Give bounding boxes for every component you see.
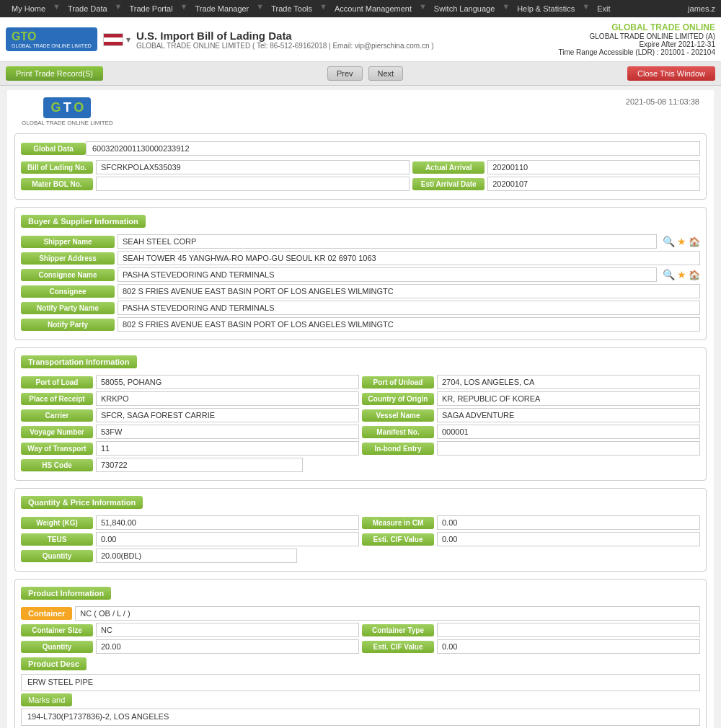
consignee-value: 802 S FRIES AVENUE EAST BASIN PORT OF LO… — [118, 284, 700, 298]
marks-value: 194-L730(P1737836)-2, LOS ANGELES — [21, 709, 700, 726]
flag-area: ▾ — [103, 33, 131, 46]
consignee-label: Consignee — [21, 285, 115, 298]
nav-switch-language[interactable]: Switch Language — [428, 2, 500, 15]
main-content: G T O GLOBAL TRADE ONLINE LIMITED 2021-0… — [7, 90, 714, 728]
product-label: Product Information — [21, 587, 111, 600]
record-datetime: 2021-05-08 11:03:38 — [626, 97, 699, 106]
consignee-name-row: Consignee Name PASHA STEVEDORING AND TER… — [21, 267, 700, 282]
voyage-number-value: 53FW — [96, 425, 359, 439]
port-row: Port of Load 58055, POHANG Port of Unloa… — [21, 375, 700, 389]
quantity-value: 20.00(BDL) — [96, 549, 297, 563]
nav-account-management[interactable]: Account Management — [329, 2, 417, 15]
logo: GTO GLOBAL TRADE ONLINE LIMITED — [6, 27, 97, 51]
container-button[interactable]: Container — [21, 607, 72, 620]
in-bond-entry-value — [437, 441, 700, 456]
way-of-transport-value: 11 — [96, 441, 359, 456]
country-of-origin-label: Country of Origin — [362, 393, 434, 405]
buyer-supplier-label: Buyer & Supplier Information — [21, 215, 146, 228]
record-logo-box: G T O — [43, 97, 91, 118]
next-button-top[interactable]: Next — [368, 66, 404, 81]
global-data-row: Global Data 6003202001130000233912 — [21, 141, 700, 156]
company-full: GLOBAL TRADE ONLINE LIMITED (A) — [558, 32, 715, 40]
notify-party-name-value: PASHA STEVEDORING AND TERMINALS — [118, 301, 700, 315]
quantity-label: Quantity — [21, 550, 93, 562]
product-quantity-value: 20.00 — [96, 639, 359, 654]
manifest-no-label: Manifest No. — [362, 426, 434, 438]
notify-party-name-row: Notify Party Name PASHA STEVEDORING AND … — [21, 301, 700, 315]
logo-t: T — [63, 100, 71, 115]
teus-row: TEUS 0.00 Esti. CIF Value 0.00 — [21, 532, 700, 546]
master-bol-label: Mater BOL No. — [21, 178, 93, 190]
shipper-name-label: Shipper Name — [21, 236, 115, 248]
nav-exit[interactable]: Exit — [591, 2, 616, 15]
place-of-receipt-label: Place of Receipt — [21, 393, 93, 405]
bol-row: Bill of Lading No. SFCRKPOLAX535039 Actu… — [21, 160, 700, 174]
carrier-row: Carrier SFCR, SAGA FOREST CARRIE Vessel … — [21, 408, 700, 422]
port-of-load-value: 58055, POHANG — [96, 375, 359, 389]
container-size-value: NC — [96, 623, 359, 637]
carrier-label: Carrier — [21, 409, 93, 422]
company-name: GLOBAL TRADE ONLINE — [558, 22, 715, 32]
carrier-value: SFCR, SAGA FOREST CARRIE — [96, 408, 359, 422]
close-window-button-top[interactable]: Close This Window — [627, 66, 715, 81]
consignee-star-icon[interactable]: ★ — [677, 269, 686, 280]
esti-cif-value: 0.00 — [437, 532, 700, 546]
shipper-address-label: Shipper Address — [21, 252, 115, 265]
record-logo: G T O GLOBAL TRADE ONLINE LIMITED — [22, 97, 113, 126]
product-esti-cif-label: Esti. CIF Value — [362, 641, 434, 653]
vessel-name-label: Vessel Name — [362, 409, 434, 422]
nav-help-statistics[interactable]: Help & Statistics — [511, 2, 580, 15]
nav-trade-manager[interactable]: Trade Manager — [189, 2, 255, 15]
qty-row: Quantity 20.00(BDL) — [21, 549, 700, 563]
global-data-value: 6003202001130000233912 — [86, 141, 700, 156]
shipper-name-row: Shipper Name SEAH STEEL CORP 🔍 ★ 🏠 — [21, 234, 700, 249]
way-of-transport-label: Way of Transport — [21, 443, 93, 455]
nav-trade-portal[interactable]: Trade Portal — [123, 2, 178, 15]
top-navigation: My Home ▼ Trade Data ▼ Trade Portal ▼ Tr… — [0, 0, 721, 17]
measure-label: Measure in CM — [362, 517, 434, 529]
vessel-name-value: SAGA ADVENTURE — [437, 408, 700, 422]
logo-sub-text: GLOBAL TRADE ONLINE LIMITED — [22, 120, 113, 126]
shipper-star-icon[interactable]: ★ — [677, 236, 686, 247]
container-size-label: Container Size — [21, 624, 93, 636]
consignee-name-value: PASHA STEVEDORING AND TERMINALS — [118, 267, 657, 282]
marks-button[interactable]: Marks and — [21, 693, 72, 706]
notify-party-name-label: Notify Party Name — [21, 302, 115, 314]
master-bol-row: Mater BOL No. Esti Arrival Date 20200107 — [21, 177, 700, 191]
transportation-section: Transportation Information Port of Load … — [14, 347, 707, 481]
esti-arrival-label: Esti Arrival Date — [412, 178, 485, 190]
expire-date: Expire After 2021-12-31 — [558, 40, 715, 48]
manifest-no-value: 000001 — [437, 425, 700, 439]
nav-trade-tools[interactable]: Trade Tools — [265, 2, 318, 15]
container-type-value — [437, 623, 700, 637]
print-record-button-top[interactable]: Print Trade Record(S) — [6, 66, 103, 81]
product-section: Product Information Container NC ( OB / … — [14, 579, 707, 728]
buyer-supplier-section: Buyer & Supplier Information Shipper Nam… — [14, 207, 707, 340]
voyage-row: Voyage Number 53FW Manifest No. 000001 — [21, 425, 700, 439]
container-row: Container NC ( OB / L / ) — [21, 606, 700, 621]
weight-value: 51,840.00 — [96, 515, 359, 530]
shipper-icons: 🔍 ★ 🏠 — [663, 236, 700, 247]
quantity-price-label: Quantity & Price Information — [21, 496, 143, 509]
nav-trade-data[interactable]: Trade Data — [62, 2, 113, 15]
receipt-row: Place of Receipt KRKPO Country of Origin… — [21, 391, 700, 406]
teus-label: TEUS — [21, 533, 93, 546]
shipper-home-icon[interactable]: 🏠 — [689, 236, 700, 247]
logo-gto-text: GTO — [12, 30, 36, 43]
consignee-name-label: Consignee Name — [21, 269, 115, 281]
hs-code-value: 730722 — [96, 458, 303, 472]
logo-g: G — [50, 100, 61, 115]
notify-party-value: 802 S FRIES AVENUE EAST BASIN PORT OF LO… — [118, 317, 700, 332]
shipper-search-icon[interactable]: 🔍 — [663, 236, 675, 247]
voyage-number-label: Voyage Number — [21, 426, 93, 438]
product-quantity-label: Quantity — [21, 641, 93, 653]
global-data-label: Global Data — [21, 143, 86, 155]
product-desc-label-row: Product Desc — [21, 656, 700, 672]
time-range: Time Range Accessible (LDR) : 201001 - 2… — [558, 48, 715, 56]
prev-button-top[interactable]: Prev — [327, 66, 363, 81]
nav-my-home[interactable]: My Home — [6, 2, 51, 15]
consignee-home-icon[interactable]: 🏠 — [689, 270, 700, 280]
consignee-search-icon[interactable]: 🔍 — [663, 269, 675, 280]
bol-label: Bill of Lading No. — [21, 161, 93, 174]
port-of-unload-value: 2704, LOS ANGELES, CA — [437, 375, 700, 389]
